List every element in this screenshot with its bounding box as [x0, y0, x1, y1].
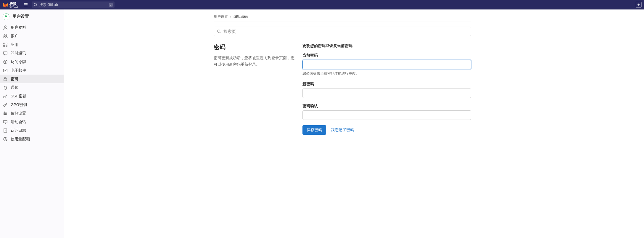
sidebar-item-7[interactable]: 通知 [0, 83, 64, 92]
bell-icon [3, 85, 8, 90]
svg-point-0 [34, 3, 37, 6]
svg-point-9 [4, 60, 7, 64]
settings-sidebar: 用户设置 用户资料帐户应用即时通讯访问令牌电子邮件密码通知SSH密钥GPG密钥偏… [0, 9, 64, 238]
sidebar-item-1[interactable]: 帐户 [0, 32, 64, 40]
sidebar-item-4[interactable]: 访问令牌 [0, 57, 64, 66]
user-icon [3, 25, 8, 30]
monitor-icon [3, 120, 8, 124]
forgot-password-link[interactable]: 我忘记了密码 [331, 127, 354, 133]
sidebar-item-0[interactable]: 用户资料 [0, 23, 64, 32]
sidebar-item-6[interactable]: 密码 [0, 75, 64, 83]
new-password-input[interactable] [302, 89, 471, 98]
global-search[interactable]: / [32, 1, 115, 8]
brand-sub-text: GITLAB [9, 6, 19, 8]
sidebar-item-12[interactable]: 认证日志 [0, 126, 64, 135]
log-icon [3, 128, 8, 133]
svg-point-4 [6, 35, 7, 36]
breadcrumb-current: 编辑密码 [234, 14, 248, 19]
divider [214, 22, 471, 22]
form-subtitle: 更改您的密码或恢复当前密码 [302, 43, 471, 49]
sidebar-item-label: 访问令牌 [11, 59, 26, 65]
applications-icon [3, 42, 8, 47]
sidebar-title: 用户设置 [12, 14, 29, 19]
svg-point-2 [4, 26, 6, 28]
sidebar-item-2[interactable]: 应用 [0, 40, 64, 49]
token-icon [3, 60, 8, 64]
sidebar-item-label: 密码 [11, 76, 18, 82]
sidebar-item-label: 即时通讯 [11, 51, 26, 56]
sidebar-item-5[interactable]: 电子邮件 [0, 66, 64, 75]
lock-icon [3, 77, 8, 81]
current-password-input[interactable] [302, 60, 471, 69]
breadcrumb-root[interactable]: 用户设置 [214, 14, 228, 19]
page-search-input[interactable] [223, 29, 468, 34]
sidebar-item-label: 用户资料 [11, 25, 26, 30]
sidebar-item-label: 通知 [11, 85, 18, 90]
section-heading: 密码 [214, 43, 297, 51]
search-shortcut-badge: / [109, 3, 113, 7]
sidebar-item-3[interactable]: 即时通讯 [0, 49, 64, 57]
svg-rect-12 [4, 79, 7, 81]
new-password-label: 新密码 [302, 81, 471, 87]
svg-point-16 [6, 113, 7, 114]
quota-icon [3, 137, 8, 141]
svg-point-10 [5, 61, 6, 62]
svg-rect-11 [4, 69, 7, 72]
new-button[interactable] [636, 2, 642, 8]
chat-icon [3, 51, 8, 56]
sidebar-item-13[interactable]: 使用量配额 [0, 135, 64, 143]
svg-rect-6 [6, 43, 7, 44]
global-search-input[interactable] [39, 3, 107, 7]
brand-logo[interactable]: 极狐 GITLAB [2, 1, 19, 8]
main-content: 用户设置 › 编辑密码 密码 密码更新成功后，您将被重定向到登录页面，您可以使用… [64, 9, 644, 238]
email-icon [3, 68, 8, 73]
user-avatar [2, 13, 9, 20]
save-password-button[interactable]: 保存密码 [302, 125, 326, 135]
tanuki-icon [2, 2, 8, 8]
svg-rect-8 [6, 45, 7, 46]
sidebar-item-label: GPG密钥 [11, 102, 27, 107]
account-icon [3, 34, 8, 38]
sidebar-item-10[interactable]: 偏好设置 [0, 109, 64, 118]
svg-point-15 [4, 112, 5, 112]
sidebar-item-label: 活动会话 [11, 119, 26, 125]
sidebar-item-11[interactable]: 活动会话 [0, 118, 64, 126]
confirm-password-label: 密码确认 [302, 103, 471, 109]
sidebar-item-9[interactable]: GPG密钥 [0, 100, 64, 109]
chevron-right-icon: › [230, 15, 231, 18]
current-password-help: 您必须提供当前密码才能进行更改。 [302, 71, 471, 76]
svg-rect-7 [4, 45, 5, 46]
key-icon [3, 102, 8, 107]
svg-rect-18 [4, 120, 7, 123]
sidebar-item-label: 偏好设置 [11, 111, 26, 116]
sidebar-item-label: SSH密钥 [11, 94, 26, 99]
svg-point-17 [5, 114, 6, 115]
section-paragraph: 密码更新成功后，您将被重定向到登录页面，您可以使用新密码重新登录。 [214, 55, 297, 68]
sidebar-item-label: 认证日志 [11, 128, 26, 133]
section-description: 密码 密码更新成功后，您将被重定向到登录页面，您可以使用新密码重新登录。 [214, 43, 297, 68]
sidebar-item-label: 帐户 [11, 33, 18, 39]
sidebar-item-label: 应用 [11, 42, 18, 47]
sidebar-item-label: 电子邮件 [11, 68, 26, 73]
key-icon [3, 94, 8, 99]
svg-rect-5 [4, 43, 5, 44]
search-icon [217, 29, 221, 33]
menu-icon [23, 2, 28, 7]
svg-point-3 [4, 35, 5, 36]
hamburger-menu[interactable] [22, 1, 29, 8]
top-navbar: 极狐 GITLAB / [0, 0, 644, 9]
preferences-icon [3, 111, 8, 116]
sidebar-item-label: 使用量配额 [11, 136, 30, 142]
confirm-password-input[interactable] [302, 110, 471, 120]
current-password-label: 当前密码 [302, 53, 471, 58]
plus-icon [637, 3, 640, 6]
svg-point-21 [217, 30, 220, 33]
sidebar-header[interactable]: 用户设置 [0, 11, 64, 23]
breadcrumb: 用户设置 › 编辑密码 [214, 14, 471, 19]
sidebar-item-8[interactable]: SSH密钥 [0, 92, 64, 100]
search-icon [33, 3, 38, 7]
password-form: 更改您的密码或恢复当前密码 当前密码 您必须提供当前密码才能进行更改。 新密码 … [302, 43, 471, 135]
page-search[interactable] [214, 27, 471, 36]
